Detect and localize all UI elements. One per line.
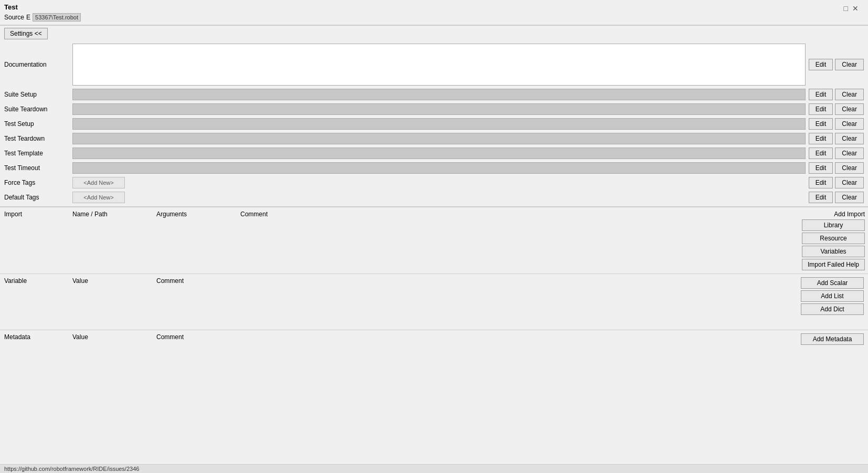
metadata-col-value: Value <box>72 333 156 341</box>
documentation-row: Documentation Edit Clear <box>0 44 868 86</box>
test-template-label: Test Template <box>4 150 72 157</box>
import-col-label: Import <box>4 211 72 218</box>
suite-setup-clear-button[interactable]: Clear <box>835 89 864 100</box>
import-col-arguments: Arguments <box>156 211 240 218</box>
documentation-clear-button[interactable]: Clear <box>835 59 864 70</box>
test-setup-clear-button[interactable]: Clear <box>835 118 864 130</box>
suite-setup-row: Suite Setup Edit Clear <box>0 88 868 101</box>
source-path: 53367\Test.robot <box>33 13 81 22</box>
test-template-clear-button[interactable]: Clear <box>835 148 864 159</box>
test-timeout-label: Test Timeout <box>4 164 72 172</box>
suite-setup-edit-button[interactable]: Edit <box>809 89 833 100</box>
documentation-label: Documentation <box>4 61 72 68</box>
test-teardown-clear-button[interactable]: Clear <box>835 133 864 144</box>
source-row: Source E 53367\Test.robot <box>4 12 81 23</box>
test-teardown-input <box>72 133 806 144</box>
force-tags-label: Force Tags <box>4 179 72 186</box>
library-button[interactable]: Library <box>802 219 865 231</box>
force-tags-clear-button[interactable]: Clear <box>835 177 864 188</box>
test-template-input <box>72 148 806 159</box>
import-section: Import Name / Path Arguments Comment Add… <box>0 207 868 274</box>
test-timeout-row: Test Timeout Edit Clear <box>0 161 868 175</box>
source-prefix: E <box>26 14 30 21</box>
status-bar-text: https://github.com/robotframework/RIDE/i… <box>4 466 139 472</box>
metadata-buttons: Add Metadata <box>795 330 868 375</box>
page-title: Test <box>4 3 18 11</box>
test-setup-input <box>72 118 806 130</box>
source-label: Source <box>4 14 24 21</box>
metadata-table-area: Metadata Value Comment <box>0 330 795 375</box>
test-setup-label: Test Setup <box>4 120 72 128</box>
title-source-block: Test Source E 53367\Test.robot □ ✕ <box>0 0 868 25</box>
import-col-name: Name / Path <box>72 211 156 218</box>
test-timeout-edit-button[interactable]: Edit <box>809 162 833 174</box>
suite-teardown-label: Suite Teardown <box>4 106 72 113</box>
add-import-label: Add Import <box>834 211 865 218</box>
force-tags-add-new[interactable]: <Add New> <box>72 177 125 188</box>
metadata-rows-area <box>4 342 790 373</box>
metadata-header-row: Metadata Value Comment <box>4 332 790 342</box>
default-tags-clear-button[interactable]: Clear <box>835 192 864 203</box>
suite-teardown-input <box>72 103 806 115</box>
force-tags-row: Force Tags <Add New> Edit Clear <box>0 176 868 190</box>
close-button[interactable]: ✕ <box>851 4 860 13</box>
add-metadata-button[interactable]: Add Metadata <box>801 333 864 345</box>
variable-buttons: Add Scalar Add List Add Dict <box>795 274 868 330</box>
test-teardown-row: Test Teardown Edit Clear <box>0 132 868 145</box>
documentation-edit-button[interactable]: Edit <box>809 59 833 70</box>
import-right: Add Import Library Resource Variables Im… <box>789 207 868 274</box>
test-teardown-label: Test Teardown <box>4 135 72 142</box>
metadata-section: Metadata Value Comment Add Metadata <box>0 330 868 375</box>
page-wrapper: Test Source E 53367\Test.robot □ ✕ Setti… <box>0 0 868 473</box>
force-tags-edit-button[interactable]: Edit <box>809 177 833 188</box>
suite-setup-input <box>72 89 806 100</box>
suite-teardown-clear-button[interactable]: Clear <box>835 103 864 115</box>
settings-button[interactable]: Settings << <box>4 28 48 39</box>
maximize-button[interactable]: □ <box>843 4 849 13</box>
variable-table-area: Variable Value Comment <box>0 274 795 330</box>
test-setup-row: Test Setup Edit Clear <box>0 117 868 131</box>
test-template-edit-button[interactable]: Edit <box>809 148 833 159</box>
settings-toolbar: Settings << <box>0 26 868 44</box>
test-setup-edit-button[interactable]: Edit <box>809 118 833 130</box>
add-list-button[interactable]: Add List <box>801 290 864 302</box>
variable-col-label: Variable <box>4 277 72 285</box>
metadata-col-label: Metadata <box>4 333 72 341</box>
suite-setup-label: Suite Setup <box>4 91 72 98</box>
variable-header-row: Variable Value Comment <box>4 276 790 286</box>
default-tags-add-new[interactable]: <Add New> <box>72 192 125 203</box>
default-tags-label: Default Tags <box>4 194 72 201</box>
test-template-row: Test Template Edit Clear <box>0 146 868 160</box>
variable-rows-area <box>4 286 790 328</box>
variable-col-value: Value <box>72 277 156 285</box>
resource-button[interactable]: Resource <box>802 233 865 244</box>
variables-button[interactable]: Variables <box>802 246 865 257</box>
status-bar: https://github.com/robotframework/RIDE/i… <box>0 464 868 473</box>
import-rows-area <box>4 219 785 261</box>
variable-col-comment: Comment <box>156 277 790 285</box>
metadata-col-comment: Comment <box>156 333 790 341</box>
import-failed-help-button[interactable]: Import Failed Help <box>802 259 865 270</box>
import-col-comment: Comment <box>240 211 785 218</box>
import-header-row: Import Name / Path Arguments Comment <box>4 209 785 219</box>
documentation-input[interactable] <box>72 44 806 86</box>
add-scalar-button[interactable]: Add Scalar <box>801 277 864 289</box>
default-tags-row: Default Tags <Add New> Edit Clear <box>0 191 868 204</box>
suite-teardown-edit-button[interactable]: Edit <box>809 103 833 115</box>
test-timeout-clear-button[interactable]: Clear <box>835 162 864 174</box>
variable-section: Variable Value Comment Add Scalar Add Li… <box>0 274 868 330</box>
add-dict-button[interactable]: Add Dict <box>801 303 864 315</box>
test-timeout-input <box>72 162 806 174</box>
import-left: Import Name / Path Arguments Comment <box>0 207 789 274</box>
test-teardown-edit-button[interactable]: Edit <box>809 133 833 144</box>
default-tags-edit-button[interactable]: Edit <box>809 192 833 203</box>
suite-teardown-row: Suite Teardown Edit Clear <box>0 102 868 116</box>
